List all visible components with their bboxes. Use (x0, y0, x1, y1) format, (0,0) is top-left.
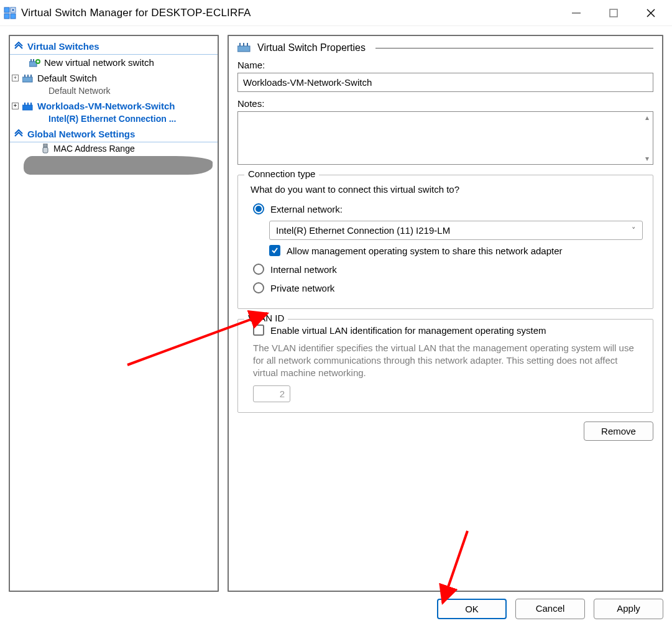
radio-label: External network: (270, 204, 343, 214)
checkbox-label: Allow management operating system to sha… (287, 246, 563, 256)
radio-icon (253, 203, 264, 214)
svg-rect-13 (30, 75, 32, 77)
tree-item-label: MAC Address Range (53, 144, 135, 154)
tree-item-sub: Intel(R) Ethernet Connection ... (10, 114, 218, 126)
tree-item-new-switch[interactable]: New virtual network switch (10, 55, 218, 70)
mac-icon (41, 144, 50, 154)
scroll-up-icon[interactable]: ▴ (643, 113, 651, 122)
svg-rect-8 (33, 59, 34, 62)
vlan-group: VLAN ID Enable virtual LAN identificatio… (237, 319, 653, 413)
svg-rect-18 (44, 144, 47, 147)
checkbox-unchecked-icon (253, 325, 264, 336)
chevron-up-icon (14, 129, 24, 139)
detail-pane: Virtual Switch Properties Name: Notes: ▴… (228, 35, 663, 592)
radio-external[interactable]: External network: (253, 201, 643, 217)
close-button[interactable] (632, 0, 670, 26)
notes-label: Notes: (237, 98, 653, 109)
group-legend: Connection type (244, 168, 319, 179)
connection-type-group: Connection type What do you want to conn… (237, 175, 653, 309)
checkbox-checked-icon (269, 245, 280, 256)
scroll-down-icon[interactable]: ▾ (643, 154, 651, 163)
radio-label: Private network (270, 283, 334, 293)
detail-header-rule (375, 48, 653, 48)
expand-icon[interactable]: + (12, 75, 19, 81)
switch-icon (237, 43, 251, 53)
svg-rect-12 (27, 75, 29, 77)
svg-rect-21 (239, 43, 241, 46)
tree-section-label: Virtual Switches (27, 41, 99, 52)
chevron-up-icon (14, 42, 24, 52)
checkbox-label: Enable virtual LAN identification for ma… (270, 325, 546, 336)
svg-rect-15 (24, 103, 25, 105)
tree-item-workloads-switch[interactable]: + Workloads-VM-Network-Switch (10, 98, 218, 114)
svg-rect-22 (243, 43, 244, 46)
switch-tree: Virtual Switches New virtual network swi… (9, 35, 219, 592)
svg-rect-2 (4, 14, 9, 19)
chevron-down-icon: ˅ (632, 226, 636, 235)
tree-item-sub: Default Network (10, 86, 218, 98)
name-label: Name: (237, 60, 653, 70)
radio-icon (253, 264, 264, 275)
switch-icon (22, 74, 34, 83)
svg-rect-10 (22, 77, 32, 82)
detail-header-title: Virtual Switch Properties (257, 42, 366, 53)
minimize-button[interactable] (558, 0, 595, 26)
svg-rect-20 (237, 46, 250, 52)
radio-label: Internal network (270, 264, 337, 275)
radio-internal[interactable]: Internal network (253, 261, 643, 277)
group-legend: VLAN ID (244, 313, 288, 323)
ok-button[interactable]: OK (437, 599, 507, 619)
tree-item-mac-range[interactable]: MAC Address Range (10, 142, 218, 155)
maximize-button[interactable] (595, 0, 632, 26)
apply-button[interactable]: Apply (594, 599, 663, 619)
svg-rect-5 (610, 9, 617, 17)
connection-question: What do you want to connect this virtual… (251, 184, 643, 195)
svg-rect-7 (30, 59, 32, 62)
svg-rect-3 (11, 14, 16, 19)
tree-item-label: Default Switch (37, 72, 97, 84)
tree-section-global-settings[interactable]: Global Network Settings (10, 126, 218, 142)
adapter-select[interactable]: Intel(R) Ethernet Connection (11) I219-L… (269, 221, 643, 240)
svg-rect-16 (27, 103, 29, 105)
adapter-select-value: Intel(R) Ethernet Connection (11) I219-L… (276, 225, 450, 236)
tree-section-virtual-switches[interactable]: Virtual Switches (10, 39, 218, 55)
vlan-id-input[interactable]: 2 (253, 385, 290, 402)
svg-rect-14 (22, 105, 32, 110)
radio-icon (253, 282, 264, 293)
vlan-enable-checkbox-row[interactable]: Enable virtual LAN identification for ma… (253, 325, 643, 336)
window-title: Virtual Switch Manager for DESKTOP-ECLIR… (21, 7, 251, 19)
app-icon (4, 7, 16, 19)
switch-icon (22, 102, 34, 111)
allow-mgmt-checkbox-row[interactable]: Allow management operating system to sha… (269, 245, 643, 256)
cancel-button[interactable]: Cancel (515, 599, 585, 619)
expand-icon[interactable]: + (12, 103, 19, 109)
tree-item-label: New virtual network switch (44, 57, 154, 68)
redacted-region (24, 156, 213, 175)
svg-rect-11 (24, 75, 25, 77)
radio-private[interactable]: Private network (253, 280, 643, 296)
remove-button[interactable]: Remove (584, 421, 653, 441)
tree-item-label: Workloads-VM-Network-Switch (37, 100, 175, 112)
tree-section-label: Global Network Settings (27, 129, 135, 139)
vlan-help-text: The VLAN identifier specifies the virtua… (253, 342, 643, 379)
svg-rect-19 (43, 147, 48, 153)
notes-textarea[interactable]: ▴ ▾ (237, 111, 653, 165)
switch-add-icon (29, 58, 40, 67)
svg-rect-23 (247, 43, 248, 46)
titlebar: Virtual Switch Manager for DESKTOP-ECLIR… (0, 0, 672, 26)
svg-rect-4 (572, 12, 581, 14)
svg-rect-0 (4, 7, 9, 12)
svg-rect-17 (30, 103, 32, 105)
tree-item-default-switch[interactable]: + Default Switch (10, 70, 218, 86)
name-input[interactable] (237, 73, 653, 92)
